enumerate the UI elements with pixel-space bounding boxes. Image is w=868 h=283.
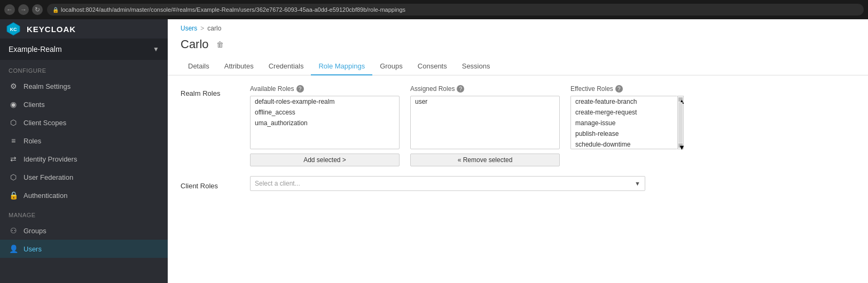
effective-roles-scrollbar[interactable]: ▲ ▼ [677, 96, 684, 149]
available-roles-header: Available Roles ? [250, 85, 400, 93]
breadcrumb-parent[interactable]: Users [181, 25, 197, 32]
page-title: Carlo [181, 37, 209, 51]
tab-role-mappings[interactable]: Role Mappings [311, 58, 372, 75]
available-roles-col: Available Roles ? default-roles-example-… [250, 85, 400, 166]
browser-topbar: ← → ↻ 🔒 localhost:8024/auth/admin/master… [0, 0, 868, 19]
keycloak-logo-icon: KC [6, 22, 20, 36]
sidebar-item-label: Realm Settings [24, 82, 71, 90]
sidebar-item-user-federation[interactable]: ⬡ User Federation [0, 168, 168, 186]
list-item[interactable]: uma_authorization [251, 118, 399, 128]
effective-roles-col: Effective Roles ? create-feature-branch … [570, 85, 684, 149]
list-item[interactable]: create-merge-request [571, 107, 677, 118]
sidebar-item-label: Client Scopes [24, 119, 66, 127]
users-icon: 👤 [9, 244, 18, 253]
tab-credentials[interactable]: Credentials [261, 58, 311, 75]
browser-controls: ← → ↻ [4, 4, 43, 15]
address-bar[interactable]: 🔒 localhost:8024/auth/admin/master/conso… [47, 4, 864, 16]
assigned-roles-listbox[interactable]: user [410, 96, 560, 149]
tab-groups[interactable]: Groups [372, 58, 410, 75]
sidebar-item-identity-providers[interactable]: ⇄ Identity Providers [0, 150, 168, 168]
scrollbar-up-arrow: ▲ [678, 97, 683, 102]
keycloak-title: KEYCLOAK [27, 25, 76, 34]
list-item[interactable]: manage-issue [571, 118, 677, 128]
scrollbar-down-arrow: ▼ [678, 143, 683, 148]
sidebar-item-label: Clients [24, 101, 45, 109]
keycloak-logo: KC KEYCLOAK [0, 19, 168, 39]
realm-name: Example-Realm [9, 45, 62, 53]
tab-consents[interactable]: Consents [410, 58, 455, 75]
client-select-dropdown[interactable]: Select a client... ▼ [250, 176, 645, 191]
sidebar-item-label: Roles [24, 137, 41, 145]
sidebar-item-label: Groups [24, 227, 46, 235]
clients-icon: ◉ [9, 100, 18, 109]
sidebar-item-label: Authentication [24, 192, 67, 200]
breadcrumb-current: carlo [207, 25, 221, 32]
tabs-bar: Details Attributes Credentials Role Mapp… [168, 58, 868, 75]
forward-button[interactable]: → [18, 4, 29, 15]
roles-icon: ≡ [9, 136, 18, 145]
manage-section-label: Manage [0, 204, 168, 221]
delete-button[interactable]: 🗑 [214, 39, 226, 50]
assigned-roles-header: Assigned Roles ? [410, 85, 560, 93]
page-title-row: Carlo 🗑 [168, 35, 868, 58]
authentication-icon: 🔒 [9, 191, 18, 200]
client-select-placeholder: Select a client... [255, 180, 300, 187]
realm-selector[interactable]: Example-Realm ▼ [0, 39, 168, 60]
back-button[interactable]: ← [4, 4, 15, 15]
effective-roles-header: Effective Roles ? [570, 85, 684, 93]
realm-roles-label: Realm Roles [181, 85, 239, 97]
effective-roles-listbox[interactable]: create-feature-branch create-merge-reque… [570, 96, 677, 149]
client-roles-row: Client Roles Select a client... ▼ [181, 176, 855, 191]
role-mappings-section: Realm Roles Available Roles ? default-ro… [168, 75, 868, 197]
breadcrumb: Users > carlo [168, 19, 868, 35]
sidebar-item-label: Users [24, 245, 42, 253]
realm-roles-row: Realm Roles Available Roles ? default-ro… [181, 85, 855, 166]
add-selected-button[interactable]: Add selected > [250, 154, 400, 166]
sidebar-item-label: User Federation [24, 173, 73, 181]
tab-attributes[interactable]: Attributes [217, 58, 261, 75]
sidebar-item-authentication[interactable]: 🔒 Authentication [0, 186, 168, 204]
user-federation-icon: ⬡ [9, 173, 18, 181]
realm-settings-icon: ⚙ [9, 82, 18, 90]
identity-providers-icon: ⇄ [9, 155, 18, 163]
available-roles-help-icon[interactable]: ? [296, 85, 304, 93]
list-item[interactable]: user [411, 96, 559, 107]
effective-roles-help-icon[interactable]: ? [615, 85, 623, 93]
client-roles-label: Client Roles [181, 178, 239, 190]
sidebar-item-users[interactable]: 👤 Users [0, 240, 168, 258]
available-roles-listbox[interactable]: default-roles-example-realm offline_acce… [250, 96, 400, 149]
scrollbar-track [678, 102, 683, 143]
sidebar-item-realm-settings[interactable]: ⚙ Realm Settings [0, 77, 168, 95]
client-scopes-icon: ⬡ [9, 118, 18, 127]
sidebar-item-client-scopes[interactable]: ⬡ Client Scopes [0, 113, 168, 132]
reload-button[interactable]: ↻ [32, 4, 43, 15]
main-content: Users > carlo Carlo 🗑 Details Attributes… [168, 19, 868, 283]
sidebar-item-clients[interactable]: ◉ Clients [0, 95, 168, 113]
list-item[interactable]: default-roles-example-realm [251, 96, 399, 107]
effective-roles-label: Effective Roles [570, 85, 613, 93]
list-item[interactable]: create-feature-branch [571, 96, 677, 107]
configure-section-label: Configure [0, 60, 168, 77]
sidebar-item-roles[interactable]: ≡ Roles [0, 132, 168, 150]
list-item[interactable]: offline_access [251, 107, 399, 118]
assigned-roles-label: Assigned Roles [410, 85, 455, 93]
groups-icon: ⚇ [9, 226, 18, 235]
breadcrumb-separator: > [200, 25, 204, 32]
url-text: localhost:8024/auth/admin/master/console… [61, 6, 405, 13]
sidebar-item-groups[interactable]: ⚇ Groups [0, 221, 168, 240]
assigned-roles-help-icon[interactable]: ? [457, 85, 464, 93]
assigned-roles-col: Assigned Roles ? user « Remove selected [410, 85, 560, 166]
remove-selected-button[interactable]: « Remove selected [410, 154, 560, 166]
tab-details[interactable]: Details [181, 58, 217, 75]
list-item[interactable]: schedule-downtime [571, 139, 677, 149]
tab-sessions[interactable]: Sessions [455, 58, 498, 75]
available-roles-label: Available Roles [250, 85, 294, 93]
role-columns: Available Roles ? default-roles-example-… [250, 85, 684, 166]
sidebar-item-label: Identity Providers [24, 155, 77, 163]
list-item[interactable]: publish-release [571, 128, 677, 139]
chevron-down-icon: ▼ [153, 45, 159, 53]
effective-roles-scroll-wrapper: create-feature-branch create-merge-reque… [570, 96, 684, 149]
lock-icon: 🔒 [52, 7, 59, 13]
client-select-chevron: ▼ [635, 180, 640, 187]
sidebar: KC KEYCLOAK Example-Realm ▼ Configure ⚙ … [0, 19, 168, 283]
